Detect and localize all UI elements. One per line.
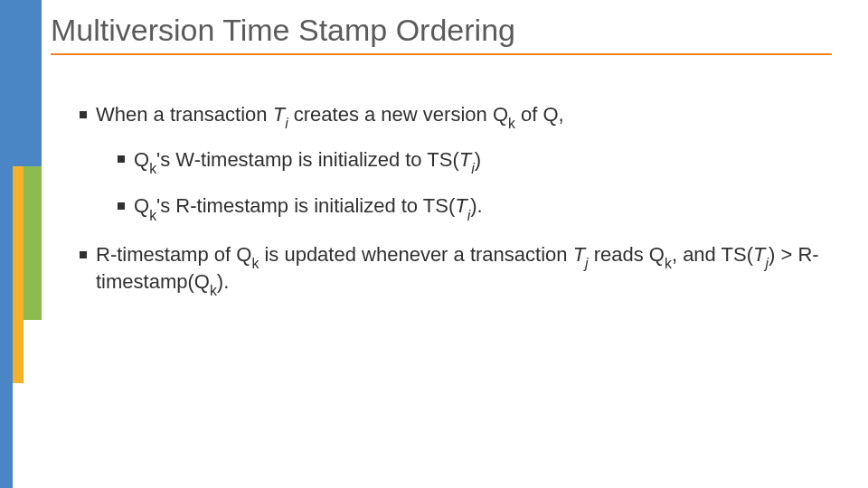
text: 's W-timestamp is initialized to TS( (156, 148, 459, 171)
slide-body: When a transaction Ti creates a new vers… (80, 101, 835, 316)
text: R-timestamp of Q (96, 243, 251, 266)
sub-j: j (765, 256, 769, 271)
text: When a transaction (96, 103, 273, 126)
sub-i: i (471, 161, 475, 176)
sub-i: i (285, 116, 288, 131)
sub-k: k (149, 161, 156, 176)
text: 's R-timestamp is initialized to TS( (156, 194, 455, 217)
text: ) (475, 148, 481, 171)
sub-k: k (149, 208, 156, 223)
var-T: T (273, 103, 285, 126)
text: Q (134, 148, 149, 171)
text: reads Q (589, 243, 665, 266)
title-divider: Multiversion Time Stamp Ordering (51, 13, 832, 55)
var-T: T (455, 194, 467, 217)
sub-k: k (665, 256, 672, 271)
bullet-1a: Qk's W-timestamp is initialized to TS(Ti… (118, 146, 835, 174)
sub-k: k (508, 116, 515, 131)
slide-title: Multiversion Time Stamp Ordering (51, 13, 832, 48)
bullet-1: When a transaction Ti creates a new vers… (80, 101, 835, 220)
text: of Q, (515, 103, 564, 126)
text: ). (470, 194, 482, 217)
decor-stripe-side (0, 0, 13, 488)
var-T: T (753, 243, 765, 266)
text: , and TS( (672, 243, 753, 266)
slide: Multiversion Time Stamp Ordering When a … (0, 0, 868, 488)
sub-k: k (251, 256, 259, 271)
text: ). (217, 270, 229, 293)
var-T: T (459, 148, 471, 171)
sub-i: i (467, 208, 471, 223)
sub-k: k (210, 283, 217, 298)
sub-j: j (585, 256, 589, 271)
var-T: T (573, 243, 585, 266)
text: is updated whenever a transaction (259, 243, 572, 266)
text: Q (134, 194, 149, 217)
text: creates a new version Q (288, 103, 508, 126)
bullet-1b: Qk's R-timestamp is initialized to TS(Ti… (118, 192, 835, 220)
bullet-2: R-timestamp of Qk is updated whenever a … (80, 241, 835, 295)
